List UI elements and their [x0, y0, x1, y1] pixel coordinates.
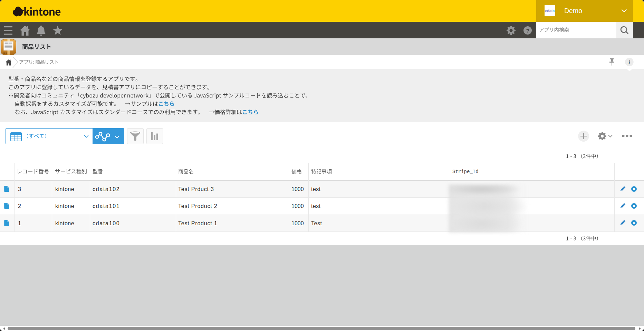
- svg-text:i: i: [628, 59, 630, 65]
- svg-text:cdata: cdata: [545, 9, 555, 13]
- svg-text:?: ?: [526, 28, 529, 34]
